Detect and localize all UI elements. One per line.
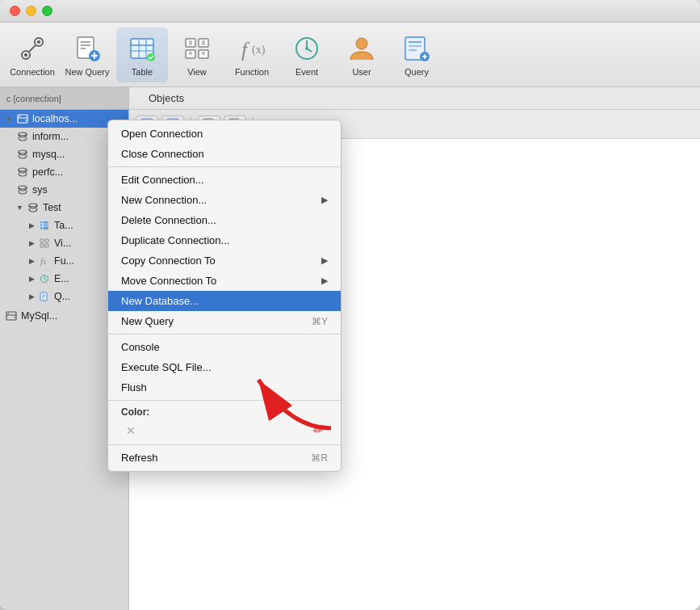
maximize-button[interactable]	[42, 6, 52, 16]
database-icon-1	[16, 130, 29, 143]
minimize-button[interactable]	[26, 6, 36, 16]
menu-duplicate-connection[interactable]: Duplicate Connection...	[108, 230, 341, 250]
menu-open-connection[interactable]: Open Connection	[108, 124, 341, 144]
function-icon: f (x)	[237, 33, 267, 64]
sidebar-mysql-label: mysq...	[32, 149, 65, 160]
sidebar-tab-bar: c [connection]	[0, 87, 128, 110]
content-area: c [connection] ▼ localhos...	[0, 87, 700, 610]
color-section-label: Color:	[108, 403, 341, 419]
color-row: ✕ ✏	[108, 419, 341, 442]
color-x-button[interactable]: ✕	[121, 423, 140, 439]
view-icon	[182, 33, 212, 64]
toolbar-new-query[interactable]: New Query	[61, 27, 113, 82]
svg-rect-75	[6, 312, 16, 320]
svg-text:(x): (x)	[252, 44, 266, 57]
chevron-test-icon: ▼	[16, 204, 23, 212]
new-query-icon	[72, 33, 103, 64]
menu-close-connection[interactable]: Close Connection	[108, 144, 341, 164]
toolbar-user[interactable]: User	[336, 27, 388, 82]
flush-label: Flush	[121, 381, 328, 393]
sidebar-perf-label: perfc...	[32, 166, 63, 178]
table-label: Table	[132, 67, 153, 77]
events-icon	[38, 272, 51, 285]
tables-icon	[38, 219, 51, 232]
toolbar-query[interactable]: Query	[391, 27, 442, 82]
refresh-shortcut: ⌘R	[311, 452, 328, 464]
toolbar-event[interactable]: Event	[281, 27, 333, 82]
svg-point-57	[19, 186, 27, 189]
toolbar-connection[interactable]: Connection	[6, 27, 58, 82]
svg-rect-66	[45, 244, 48, 247]
database-icon-3	[16, 166, 29, 179]
sidebar-item-localhost-label: localhos...	[32, 113, 78, 124]
svg-point-77	[8, 313, 10, 314]
objects-tab-bar: Objects	[129, 87, 700, 110]
chevron-tables-icon: ▶	[29, 221, 35, 229]
titlebar	[0, 0, 700, 23]
query-icon	[401, 33, 432, 64]
event-label: Event	[296, 67, 318, 77]
menu-console[interactable]: Console	[108, 337, 341, 357]
svg-point-4	[37, 40, 40, 44]
toolbar-function[interactable]: f (x) Function	[226, 27, 278, 82]
event-icon	[291, 33, 322, 64]
svg-point-78	[14, 317, 15, 318]
svg-rect-65	[40, 244, 44, 247]
user-label: User	[352, 67, 371, 77]
menu-edit-connection[interactable]: Edit Connection...	[108, 170, 341, 190]
menu-new-query[interactable]: New Query ⌘Y	[108, 311, 341, 331]
copy-connection-label: Copy Connection To	[121, 255, 315, 267]
toolbar: Connection New Query	[0, 23, 700, 87]
execute-sql-label: Execute SQL File...	[121, 361, 328, 373]
close-connection-label: Close Connection	[121, 148, 328, 160]
menu-move-connection[interactable]: Move Connection To ▶	[108, 271, 341, 291]
menu-delete-connection[interactable]: Delete Connection...	[108, 210, 341, 230]
toolbar-view[interactable]: View	[171, 27, 223, 82]
chevron-down-icon: ▼	[5, 115, 13, 124]
server-icon	[16, 112, 29, 125]
toolbar-table[interactable]: Table	[116, 27, 168, 82]
queries-icon	[38, 290, 51, 303]
menu-refresh[interactable]: Refresh ⌘R	[108, 448, 341, 468]
svg-rect-50	[18, 115, 27, 123]
menu-sep-2	[108, 334, 341, 334]
sidebar-events-label: E...	[54, 273, 69, 284]
svg-rect-59	[40, 221, 48, 229]
new-query-shortcut: ⌘Y	[312, 316, 328, 327]
svg-rect-64	[45, 239, 48, 242]
menu-execute-sql[interactable]: Execute SQL File...	[108, 357, 341, 377]
svg-text:fx: fx	[40, 257, 47, 266]
color-pencil-button[interactable]: ✏	[308, 423, 328, 439]
close-button[interactable]	[10, 6, 20, 16]
chevron-events-icon: ▶	[29, 275, 35, 283]
svg-line-70	[44, 279, 47, 280]
menu-new-connection[interactable]: New Connection... ▶	[108, 190, 341, 210]
menu-flush[interactable]: Flush	[108, 377, 341, 398]
svg-line-2	[29, 45, 36, 52]
chevron-views-icon: ▶	[29, 239, 35, 247]
database-icon-4	[16, 183, 29, 196]
connection-icon	[17, 33, 48, 64]
menu-sep-3	[108, 400, 341, 401]
svg-text:f: f	[241, 38, 250, 61]
chevron-queries-icon: ▶	[29, 292, 35, 301]
move-connection-label: Move Connection To	[121, 275, 315, 287]
sidebar-tables-label: Ta...	[54, 220, 73, 231]
database-icon-2	[16, 148, 29, 161]
delete-connection-label: Delete Connection...	[121, 214, 328, 226]
edit-connection-label: Edit Connection...	[121, 174, 328, 186]
new-database-label: New Database...	[121, 295, 328, 307]
open-connection-label: Open Connection	[121, 128, 328, 140]
svg-rect-63	[40, 239, 44, 242]
menu-copy-connection[interactable]: Copy Connection To ▶	[108, 250, 341, 271]
context-menu: Open Connection Close Connection Edit Co…	[107, 120, 342, 472]
new-connection-label: New Connection...	[121, 194, 315, 206]
menu-new-database[interactable]: New Database...	[108, 291, 341, 311]
chevron-functions-icon: ▶	[29, 257, 35, 265]
svg-point-56	[19, 168, 27, 171]
console-label: Console	[121, 341, 328, 353]
traffic-lights	[10, 6, 52, 16]
function-label: Function	[235, 67, 269, 77]
new-query-label: New Query	[65, 67, 109, 77]
sidebar-test-label: Test	[43, 202, 61, 213]
